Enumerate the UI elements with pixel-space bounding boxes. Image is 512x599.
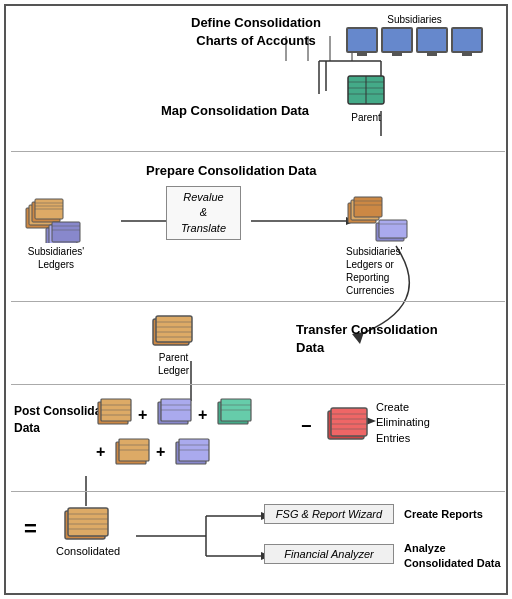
- monitor-3: [416, 27, 448, 53]
- revalue-label: Revalue & Translate: [181, 191, 226, 234]
- post-book-1-svg: [96, 396, 134, 428]
- monitor-4: [451, 27, 483, 53]
- fsg-box[interactable]: FSG & Report Wizard: [264, 504, 394, 524]
- main-container: Define Consolidation Charts of Accounts …: [4, 4, 508, 595]
- post-book-3-svg: [216, 396, 254, 428]
- parent-book-icon: [346, 74, 386, 110]
- monitor-1: [346, 27, 378, 53]
- define-section: Define Consolidation Charts of Accounts …: [146, 14, 486, 50]
- post-book-5-svg: [174, 436, 212, 468]
- eliminating-book-svg: [326, 403, 371, 443]
- svg-rect-76: [331, 408, 367, 436]
- create-reports-label: Create Reports: [404, 508, 483, 520]
- transfer-title: Transfer Consolidation Data: [296, 321, 438, 357]
- subsidiaries-label: Subsidiaries: [346, 14, 483, 25]
- plus-2: +: [198, 406, 207, 424]
- revalue-translate-box[interactable]: Revalue & Translate: [166, 186, 241, 240]
- transfer-section: Parent Ledger Transfer Consolidation Dat…: [6, 306, 510, 386]
- analyzer-label: Financial Analyzer: [284, 548, 373, 560]
- reports-section: = Consolidated FSG & Report Wizard Finan…: [6, 496, 510, 594]
- minus-sign: −: [301, 416, 312, 437]
- post-book-2: [156, 396, 194, 430]
- parent-ledger-group: Parent Ledger: [151, 311, 196, 377]
- monitor-2: [381, 27, 413, 53]
- result-label: Subsidiaries' Ledgers or Reporting Curre…: [346, 245, 416, 297]
- parent-label: Parent: [346, 112, 386, 123]
- plus-4: +: [156, 443, 165, 461]
- svg-rect-49: [156, 316, 192, 342]
- consolidated-label: Consolidated: [56, 545, 120, 557]
- svg-rect-82: [68, 508, 108, 536]
- post-section: Post Consolidation Data + +: [6, 388, 510, 488]
- create-eliminating-label: Create Eliminating Entries: [376, 400, 430, 446]
- equals-sign: =: [24, 516, 37, 542]
- plus-1: +: [138, 406, 147, 424]
- post-book-5: [174, 436, 212, 470]
- post-book-2-svg: [156, 396, 194, 428]
- subs-ledgers-label: Subsidiaries' Ledgers: [21, 245, 91, 271]
- parent-ledger-book: [151, 311, 196, 349]
- svg-rect-42: [354, 197, 382, 217]
- post-book-4: [114, 436, 152, 470]
- monitor-group: [346, 27, 483, 53]
- analyze-label: Analyze Consolidated Data: [404, 541, 501, 572]
- consolidated-book-svg: [63, 501, 113, 543]
- fsg-label: FSG & Report Wizard: [276, 508, 382, 520]
- eliminating-book: [326, 403, 371, 445]
- svg-rect-37: [52, 222, 80, 242]
- post-book-1: [96, 396, 134, 430]
- parent-monitor-group: Parent: [346, 74, 386, 123]
- svg-rect-46: [379, 220, 407, 238]
- map-label: Map Consolidation Data: [161, 103, 309, 118]
- financial-analyzer-box[interactable]: Financial Analyzer: [264, 544, 394, 564]
- consolidated-book-group: Consolidated: [56, 501, 120, 557]
- prepare-title: Prepare Consolidation Data: [146, 163, 316, 178]
- plus-3: +: [96, 443, 105, 461]
- subs-ledgers-group: Subsidiaries' Ledgers: [21, 178, 91, 271]
- subs-ledgers-books: [21, 178, 91, 243]
- post-book-3: [216, 396, 254, 430]
- parent-ledger-label: Parent Ledger: [151, 351, 196, 377]
- result-books: [346, 168, 416, 243]
- result-books-group: Subsidiaries' Ledgers or Reporting Curre…: [346, 168, 416, 297]
- post-book-4-svg: [114, 436, 152, 468]
- define-title: Define Consolidation Charts of Accounts: [176, 14, 336, 50]
